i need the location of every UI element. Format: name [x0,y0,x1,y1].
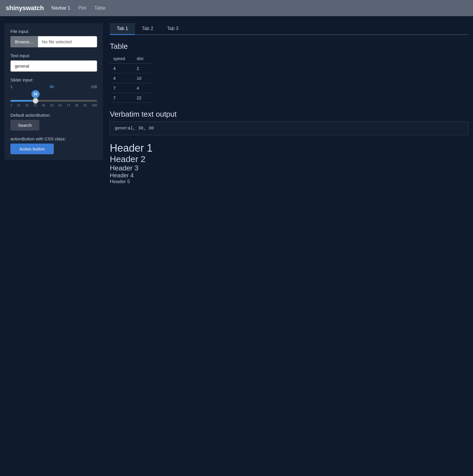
headers-section: Header 1 Header 2 Header 3 Header 4 Head… [110,142,468,185]
col-dist: dist [133,54,151,64]
tab-1[interactable]: Tab 1 [110,23,135,35]
tab-3[interactable]: Tab 3 [160,23,185,35]
slider-section: Slider input: 1 30 100 30 1 11 21 31 41 … [10,77,97,107]
col-speed: speed [110,54,133,64]
table-header-row: speed dist [110,54,151,64]
table-title: Table [110,42,468,51]
slider-tick-labels: 1 11 21 31 41 51 61 71 81 91 100 [10,103,97,107]
table-row: 42 [110,64,151,73]
file-input-label: File input: [10,29,97,34]
header-4: Header 4 [110,172,468,179]
tabs-row: Tab 1 Tab 2 Tab 3 [110,23,468,35]
file-input-row: Browse... No file selected [10,36,97,47]
css-action-section: actionButton with CSS class: Action butt… [10,136,97,154]
text-input-label: Text input: [10,53,97,58]
text-input-section: Text input: [10,53,97,72]
slider-thumb[interactable] [33,98,38,104]
header-1: Header 1 [110,142,468,154]
action-section-label: Default actionButton: [10,113,97,118]
table-row: 722 [110,93,151,103]
slider-track [10,100,97,102]
verbatim-output: general, 30, 30 [110,122,468,135]
header-2: Header 2 [110,154,468,164]
default-action-section: Default actionButton: Search [10,113,97,131]
table-row: 74 [110,83,151,93]
slider-min-label: 1 [10,85,12,89]
slider-value-label: 30 [50,85,54,89]
browse-button[interactable]: Browse... [10,36,38,47]
navbar-item-plot[interactable]: Plot [78,4,87,12]
table-row: 410 [110,73,151,83]
slider-range-labels: 1 30 100 [10,85,97,89]
content-area: Tab 1 Tab 2 Tab 3 Table speed dist 42410… [110,23,468,185]
tab-2[interactable]: Tab 2 [135,23,160,35]
verbatim-title: Verbatim text output [110,110,468,119]
file-input-section: File input: Browse... No file selected [10,29,97,47]
navbar-item-table[interactable]: Table [94,4,106,12]
file-placeholder: No file selected [38,36,97,47]
slider-wrapper: 30 1 11 21 31 41 51 61 71 81 91 100 [10,100,97,107]
navbar: shinyswatch Navbar 1 Plot Table [0,0,473,16]
action-button[interactable]: Action button [10,144,54,154]
text-input[interactable] [10,60,97,72]
table-section: Table speed dist 4241074722 [110,42,468,103]
navbar-item-navbar1[interactable]: Navbar 1 [51,4,71,12]
data-table: speed dist 4241074722 [110,54,151,103]
main-layout: File input: Browse... No file selected T… [0,16,473,191]
slider-max-label: 100 [91,85,97,89]
slider-bubble: 30 [31,90,40,98]
search-button[interactable]: Search [10,120,39,131]
sidebar: File input: Browse... No file selected T… [5,23,103,160]
header-3: Header 3 [110,164,468,172]
header-5: Header 5 [110,179,468,185]
navbar-brand: shinyswatch [6,4,44,12]
css-action-label: actionButton with CSS class: [10,136,97,141]
slider-label: Slider input: [10,77,97,82]
verbatim-section: Verbatim text output general, 30, 30 [110,110,468,135]
